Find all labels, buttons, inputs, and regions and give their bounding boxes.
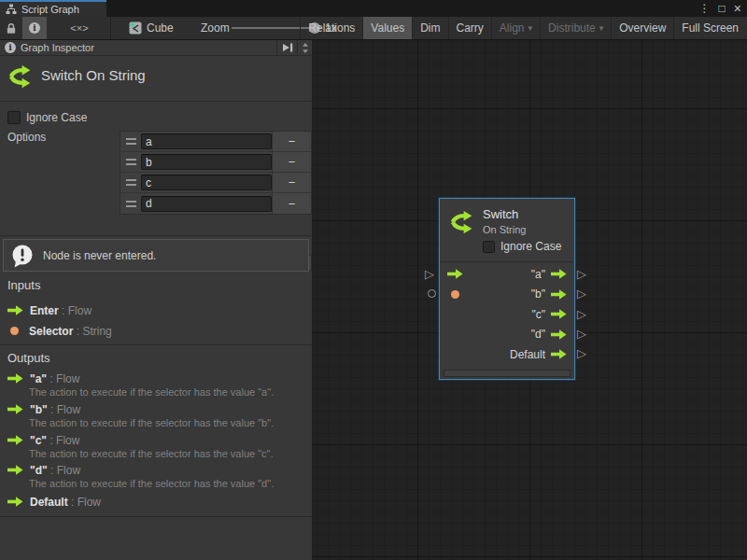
option-row: − — [120, 173, 311, 193]
lock-button[interactable] — [2, 17, 21, 39]
distribute-dropdown[interactable]: Distribute ▾ — [540, 17, 611, 39]
chevron-down-icon: ▾ — [529, 23, 533, 33]
enter-port-icon[interactable] — [447, 269, 463, 279]
output-b-connector-icon[interactable]: ▷ — [577, 287, 586, 300]
option-value-input[interactable] — [141, 154, 272, 170]
output-a-connector-icon[interactable]: ▷ — [577, 268, 586, 280]
output-description: The action to execute if the selector ha… — [29, 448, 274, 459]
flow-arrow-icon[interactable] — [551, 349, 567, 359]
output-c-connector-icon[interactable]: ▷ — [577, 308, 586, 320]
node-ports: "a" "b" "c" — [440, 264, 574, 365]
values-toggle[interactable]: Values — [362, 17, 412, 39]
graph-reference-breadcrumb[interactable]: Cube — [129, 17, 174, 39]
dock-panel-button[interactable] — [276, 40, 297, 56]
output-type: Flow — [56, 434, 79, 447]
ignore-case-checkbox[interactable] — [7, 111, 21, 124]
drag-handle-icon[interactable] — [120, 179, 141, 186]
port-row: "b" — [440, 285, 574, 305]
output-default-connector-icon[interactable]: ▷ — [577, 347, 586, 359]
option-row: − — [120, 193, 311, 214]
flow-arrow-icon[interactable] — [551, 329, 567, 340]
output-description: The action to execute if the selector ha… — [29, 478, 274, 489]
option-value-input[interactable] — [141, 175, 272, 190]
inspector-header: i Graph Inspector — [0, 40, 312, 56]
separator: : — [49, 372, 52, 385]
input-type: Flow — [68, 304, 92, 317]
separator: : — [50, 464, 53, 477]
align-dropdown[interactable]: Align ▾ — [491, 17, 540, 39]
drag-handle-icon[interactable] — [120, 138, 141, 145]
title-bar: Script Graph ⋮ □ × — [0, 0, 747, 17]
code-preview-button[interactable]: <×> — [56, 17, 103, 39]
output-type: Flow — [78, 496, 101, 509]
drag-handle-icon[interactable] — [120, 201, 141, 207]
warning-message: Node is never entered. — [43, 249, 156, 262]
node-footer-bar — [444, 370, 571, 377]
zoom-label: Zoom — [201, 21, 230, 35]
dim-toggle[interactable]: Dim — [412, 17, 447, 39]
port-row: "c" — [440, 304, 574, 325]
output-type: Flow — [56, 372, 79, 385]
close-icon[interactable]: × — [734, 1, 741, 16]
node-title: Switch — [483, 207, 518, 221]
output-name: "b" — [30, 403, 48, 416]
remove-option-button[interactable]: − — [272, 193, 311, 214]
separator: : — [62, 304, 64, 317]
remove-option-button[interactable]: − — [272, 132, 311, 151]
graph-canvas[interactable]: ▷ ▷ ▷ ▷ ▷ ▷ Switch On String Ignore Case — [313, 40, 747, 560]
port-row: "a" — [440, 264, 574, 285]
port-label-d: "d" — [531, 328, 545, 341]
switch-icon — [7, 63, 35, 91]
tab-label: Script Graph — [21, 4, 79, 15]
align-label: Align — [500, 21, 525, 35]
fullscreen-button[interactable]: Full Screen — [673, 17, 746, 39]
separator: : — [71, 496, 74, 509]
option-row: − — [120, 132, 311, 152]
option-value-input[interactable] — [141, 133, 272, 149]
selector-port-icon[interactable] — [447, 290, 463, 299]
inspector-toggle-button[interactable]: i — [22, 17, 47, 39]
remove-option-button[interactable]: − — [272, 173, 311, 192]
port-label-c: "c" — [531, 308, 545, 321]
tab-script-graph[interactable]: Script Graph — [0, 0, 106, 17]
option-value-input[interactable] — [141, 196, 272, 212]
node-ignore-case-checkbox[interactable] — [483, 241, 495, 253]
drag-handle-icon[interactable] — [120, 159, 141, 165]
flow-arrow-icon — [7, 435, 23, 445]
output-name: "a" — [30, 372, 47, 385]
flow-arrow-icon[interactable] — [551, 269, 567, 279]
output-name: "d" — [30, 464, 48, 477]
enter-port-connector-icon[interactable]: ▷ — [425, 268, 434, 280]
overview-button[interactable]: Overview — [611, 17, 673, 39]
flow-arrow-icon — [7, 305, 23, 315]
code-icon: <×> — [70, 22, 88, 34]
maximize-icon[interactable]: □ — [719, 1, 726, 16]
info-icon: i — [5, 42, 16, 53]
output-d-connector-icon[interactable]: ▷ — [577, 328, 586, 340]
output-type: Flow — [57, 464, 80, 477]
separator: : — [49, 434, 52, 447]
output-name: Default — [30, 496, 68, 509]
output-description: The action to execute if the selector ha… — [29, 417, 274, 428]
flow-arrow-icon — [7, 497, 23, 507]
options-list: − − − − — [120, 131, 312, 215]
node-header[interactable]: Switch On String Ignore Case — [440, 199, 574, 262]
chevron-down-icon: ▾ — [599, 23, 604, 33]
inputs-section-header: Inputs — [7, 278, 40, 292]
carry-toggle[interactable]: Carry — [448, 17, 491, 39]
graph-inspector-panel: i Graph Inspector Switch On String Ignor… — [0, 40, 313, 560]
switch-on-string-node[interactable]: Switch On String Ignore Case "a" — [439, 198, 575, 380]
remove-option-button[interactable]: − — [272, 152, 311, 172]
relations-toggle[interactable]: Relations — [300, 17, 362, 39]
selector-port-connector-icon[interactable] — [428, 289, 436, 298]
switch-icon — [449, 208, 477, 236]
flow-arrow-icon[interactable] — [551, 309, 567, 319]
distribute-label: Distribute — [548, 21, 596, 35]
kebab-menu-icon[interactable]: ⋮ — [699, 1, 711, 16]
warning-box: Node is never entered. — [3, 239, 309, 272]
output-name: "c" — [30, 434, 47, 447]
flow-arrow-icon — [7, 404, 23, 414]
panel-width-stepper[interactable] — [297, 40, 312, 56]
graph-hierarchy-icon — [6, 4, 17, 15]
flow-arrow-icon[interactable] — [551, 289, 567, 300]
